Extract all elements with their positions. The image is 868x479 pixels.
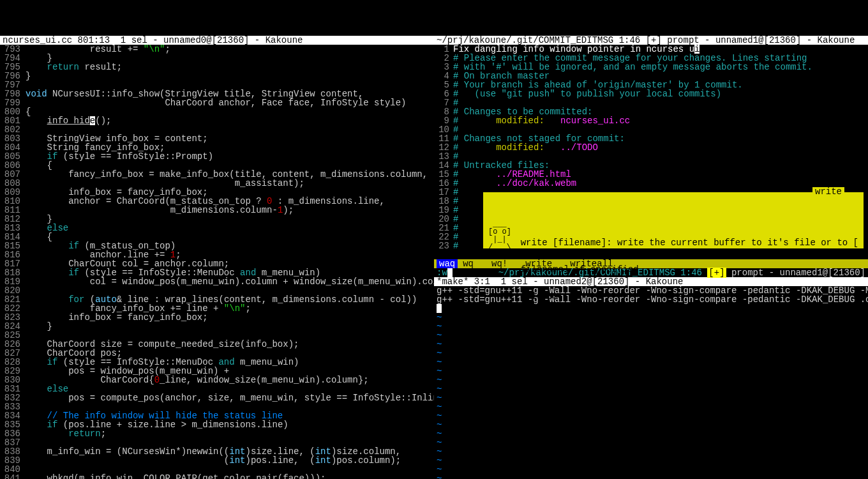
completion-item[interactable]: waq <box>437 259 458 268</box>
assistant-ascii-art: ___ [o o] |_| / \ <box>488 220 521 319</box>
completion-item[interactable]: wq <box>463 259 474 268</box>
left-title-bar: ncurses_ui.cc 801:13 1 sel - unnamed0@[2… <box>0 36 434 45</box>
commit-title-bar: ~/prj/kakoune/.git/COMMIT_EDITMSG 1:46 [… <box>434 36 868 45</box>
left-editor-pane: ncurses_ui.cc 801:13 1 sel - unnamed0@[2… <box>0 36 434 479</box>
left-code-area[interactable]: 793 result += "\n";794 }795 return resul… <box>0 45 434 479</box>
commit-editor-pane: ~/prj/kakoune/.git/COMMIT_EDITMSG 1:46 [… <box>434 36 868 277</box>
prompt-cursor <box>447 268 453 277</box>
info-tooltip: write ___ [o o] |_| / \ write [filename]… <box>483 192 864 249</box>
